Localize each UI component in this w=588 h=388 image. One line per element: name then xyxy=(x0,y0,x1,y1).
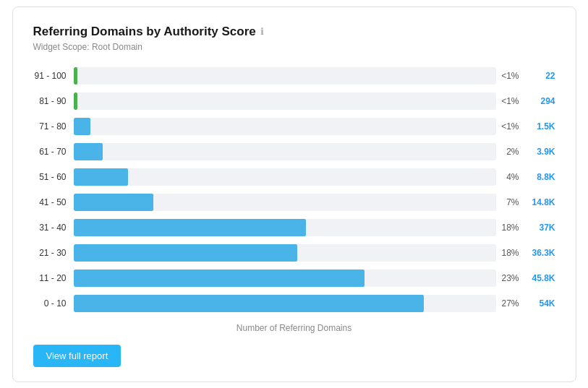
bar-fill xyxy=(74,244,298,262)
bar-container xyxy=(74,270,496,287)
count-label: 14.8K xyxy=(524,197,555,207)
row-label: 41 - 50 xyxy=(33,197,74,207)
row-label: 71 - 80 xyxy=(33,121,74,132)
bar-row: 91 - 100 <1% 22 xyxy=(33,65,555,87)
bar-row: 51 - 60 4% 8.8K xyxy=(33,166,555,188)
count-label: 36.3K xyxy=(524,248,555,258)
pct-label: 18% xyxy=(496,223,524,233)
row-label: 61 - 70 xyxy=(33,147,74,157)
bar-fill xyxy=(74,92,78,110)
bar-container xyxy=(74,92,496,110)
pct-label: 18% xyxy=(496,248,524,258)
bar-fill xyxy=(74,219,306,236)
bar-fill xyxy=(74,118,90,135)
row-label: 51 - 60 xyxy=(33,172,74,182)
widget-subtitle: Widget Scope: Root Domain xyxy=(33,42,555,52)
view-full-report-button[interactable]: View full report xyxy=(33,345,122,367)
count-label: 3.9K xyxy=(524,147,555,157)
count-label: 22 xyxy=(524,71,555,81)
pct-label: 4% xyxy=(496,172,524,182)
bar-container xyxy=(74,194,496,211)
pct-label: 7% xyxy=(496,197,524,207)
bar-fill xyxy=(74,194,154,211)
row-label: 81 - 90 xyxy=(33,96,74,106)
bar-row: 21 - 30 18% 36.3K xyxy=(33,242,555,264)
row-label: 0 - 10 xyxy=(33,298,74,309)
bar-row: 81 - 90 <1% 294 xyxy=(33,90,555,112)
bar-row: 11 - 20 23% 45.8K xyxy=(33,267,555,289)
bar-container xyxy=(74,295,496,312)
bar-row: 71 - 80 <1% 1.5K xyxy=(33,116,555,137)
row-label: 21 - 30 xyxy=(33,248,74,258)
bar-container xyxy=(74,67,496,85)
bar-fill xyxy=(74,295,425,312)
pct-label: <1% xyxy=(496,71,524,81)
widget-title: Referring Domains by Authority Score xyxy=(33,25,256,39)
count-label: 54K xyxy=(524,298,555,309)
bar-row: 0 - 10 27% 54K xyxy=(33,293,555,314)
info-icon[interactable]: ℹ xyxy=(260,26,264,37)
count-label: 45.8K xyxy=(524,273,555,283)
pct-label: <1% xyxy=(496,121,524,132)
pct-label: <1% xyxy=(496,96,524,106)
bar-row: 31 - 40 18% 37K xyxy=(33,217,555,238)
bar-fill xyxy=(74,168,129,186)
row-label: 31 - 40 xyxy=(33,223,74,233)
bar-container xyxy=(74,143,496,160)
count-label: 1.5K xyxy=(524,121,555,132)
chart-area: 91 - 100 <1% 22 81 - 90 <1% 294 71 - 80 … xyxy=(33,65,555,314)
bar-fill xyxy=(74,67,78,85)
x-axis-label: Number of Referring Domains xyxy=(33,323,555,333)
count-label: 294 xyxy=(524,96,555,106)
count-label: 37K xyxy=(524,223,555,233)
bar-container xyxy=(74,168,496,186)
bar-container xyxy=(74,244,496,262)
bar-fill xyxy=(74,143,103,160)
row-label: 11 - 20 xyxy=(33,273,74,283)
title-row: Referring Domains by Authority Score ℹ xyxy=(33,25,555,39)
widget-card: Referring Domains by Authority Score ℹ W… xyxy=(12,7,576,382)
bar-container xyxy=(74,219,496,236)
bar-row: 41 - 50 7% 14.8K xyxy=(33,191,555,213)
bar-container xyxy=(74,118,496,135)
pct-label: 2% xyxy=(496,147,524,157)
pct-label: 23% xyxy=(496,273,524,283)
bar-row: 61 - 70 2% 3.9K xyxy=(33,141,555,163)
pct-label: 27% xyxy=(496,298,524,309)
row-label: 91 - 100 xyxy=(33,71,74,81)
count-label: 8.8K xyxy=(524,172,555,182)
bar-fill xyxy=(74,270,365,287)
